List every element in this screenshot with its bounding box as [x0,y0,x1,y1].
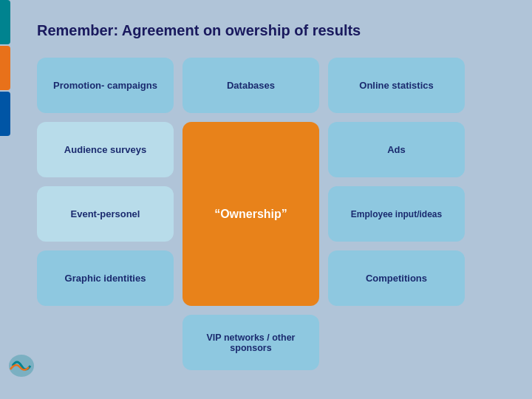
grid: Promotion- campaigns Databases Online st… [37,58,517,370]
left-accent-bar [0,0,13,399]
competitions-cell: Competitions [328,250,465,306]
ownership-cell: “Ownership” [183,122,319,306]
ads-cell: Ads [328,122,465,177]
event-personel-cell: Event-personel [37,186,174,242]
employee-cell: Employee input/ideas [328,186,465,242]
vip-cell: VIP networks / other sponsors [183,315,319,370]
audience-surveys-cell: Audience surveys [37,122,174,177]
accent-blue [0,92,10,136]
accent-orange [0,46,10,90]
databases-cell: Databases [183,58,319,113]
page-title: Remember: Agreement on owership of resul… [37,22,517,39]
accent-teal [0,0,10,44]
main-content: Remember: Agreement on owership of resul… [18,0,532,399]
promotion-cell: Promotion- campaigns [37,58,174,113]
online-statistics-cell: Online statistics [328,58,465,113]
graphic-identities-cell: Graphic identities [37,250,174,306]
